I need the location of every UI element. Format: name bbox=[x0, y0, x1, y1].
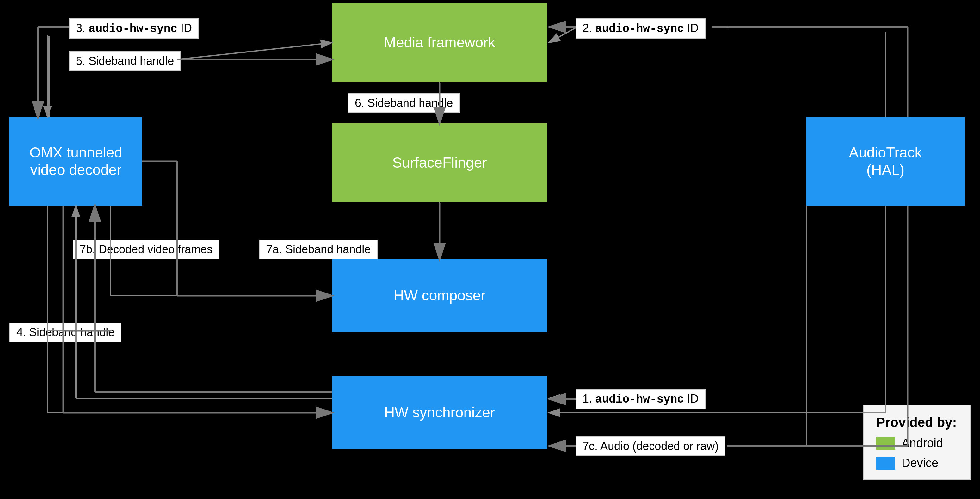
label-7a-sideband: 7a. Sideband handle bbox=[259, 240, 377, 259]
omx-label: OMX tunneledvideo decoder bbox=[29, 144, 123, 179]
android-swatch bbox=[876, 437, 895, 450]
label-7c-audio: 7c. Audio (decoded or raw) bbox=[576, 436, 725, 456]
hw-composer-label: HW composer bbox=[393, 287, 485, 304]
label-2-audio-hw-sync: 2. audio-hw-sync ID bbox=[576, 18, 705, 38]
arrow-2 bbox=[549, 28, 576, 43]
media-framework-block: Media framework bbox=[332, 3, 547, 82]
label-7b-decoded: 7b. Decoded video frames bbox=[73, 240, 220, 259]
label-6-sideband: 6. Sideband handle bbox=[348, 93, 460, 113]
label-1-audio-hw-sync: 1. audio-hw-sync ID bbox=[576, 389, 705, 409]
device-label: Device bbox=[902, 456, 938, 470]
legend-item-device: Device bbox=[876, 456, 957, 470]
arrow-5 bbox=[177, 43, 332, 59]
hw-composer-block: HW composer bbox=[332, 259, 547, 332]
device-swatch bbox=[876, 457, 895, 470]
android-label: Android bbox=[902, 436, 943, 450]
label-5-sideband: 5. Sideband handle bbox=[69, 51, 181, 71]
legend-box: Provided by: Android Device bbox=[863, 405, 970, 480]
hw-synchronizer-block: HW synchronizer bbox=[332, 376, 547, 449]
surface-flinger-label: SurfaceFlinger bbox=[392, 154, 487, 172]
surface-flinger-block: SurfaceFlinger bbox=[332, 123, 547, 202]
media-framework-label: Media framework bbox=[384, 34, 496, 51]
audio-track-block: AudioTrack(HAL) bbox=[807, 117, 964, 205]
audio-track-label: AudioTrack(HAL) bbox=[849, 144, 922, 179]
omx-block: OMX tunneledvideo decoder bbox=[10, 117, 142, 205]
label-4-sideband: 4. Sideband handle bbox=[10, 323, 121, 342]
label-3-audio-hw-sync: 3. audio-hw-sync ID bbox=[69, 18, 199, 38]
legend-title: Provided by: bbox=[876, 415, 957, 430]
legend-item-android: Android bbox=[876, 436, 957, 450]
hw-synchronizer-label: HW synchronizer bbox=[384, 404, 495, 421]
